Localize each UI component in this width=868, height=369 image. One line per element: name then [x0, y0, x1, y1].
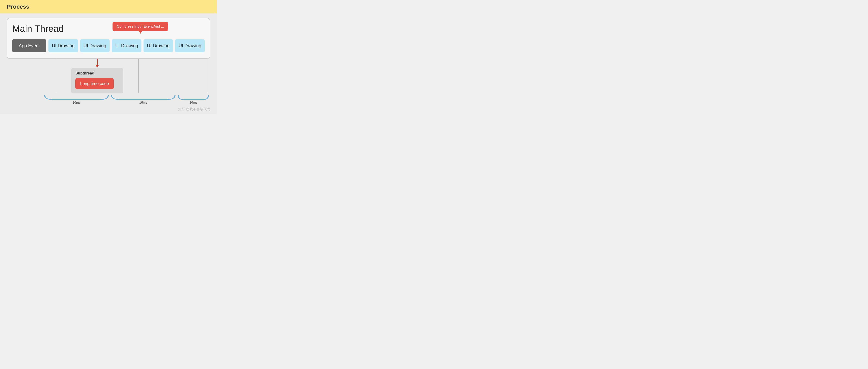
- vline-1: [56, 59, 56, 93]
- brace-group-1: 16ms: [43, 94, 110, 105]
- arrow-down: [95, 59, 99, 67]
- long-time-block: Long time code: [75, 78, 114, 89]
- block-ui-drawing-2: UI Drawing: [80, 39, 110, 52]
- brace-svg-2: [110, 94, 177, 100]
- arrow-head: [95, 65, 99, 67]
- block-ui-drawing-5: UI Drawing: [175, 39, 205, 52]
- process-header: Process: [0, 0, 217, 13]
- tooltip-bubble: Compress Input Event And ...: [113, 22, 168, 31]
- subthread-title: Subthread: [75, 71, 119, 76]
- vline-2: [138, 59, 138, 93]
- vline-3: [208, 59, 208, 93]
- tooltip-tail: [139, 31, 142, 34]
- brace-group-3: 16ms: [177, 94, 210, 105]
- brace-svg-3: [177, 94, 210, 100]
- brace-group-2: 16ms: [110, 94, 177, 105]
- block-ui-drawing-4: UI Drawing: [144, 39, 173, 52]
- arrow-shaft: [97, 59, 98, 65]
- braces-row: 16ms 16ms 16ms: [7, 94, 210, 105]
- block-app-event: App Event: [12, 39, 46, 52]
- below-section: Subthread Long time code: [7, 59, 210, 105]
- brace-label-1: 16ms: [72, 101, 81, 105]
- block-ui-drawing-1: UI Drawing: [49, 39, 78, 52]
- subthread-box: Subthread Long time code: [71, 68, 123, 93]
- watermark: 知乎 @我不会敲代码: [178, 107, 210, 111]
- main-thread-title: Main Thread: [12, 23, 205, 34]
- page-wrapper: Process Main Thread Compress Input Event…: [0, 0, 217, 114]
- brace-svg-1: [43, 94, 110, 100]
- brace-label-3: 16ms: [189, 101, 197, 105]
- lines-and-subthread: Subthread Long time code: [7, 59, 210, 93]
- main-thread-box: Main Thread Compress Input Event And ...…: [7, 18, 210, 59]
- content-area: Main Thread Compress Input Event And ...…: [0, 13, 217, 114]
- block-ui-drawing-3: UI Drawing: [112, 39, 142, 52]
- brace-label-2: 16ms: [139, 101, 147, 105]
- blocks-row: App Event UI Drawing UI Drawing UI Drawi…: [12, 39, 205, 52]
